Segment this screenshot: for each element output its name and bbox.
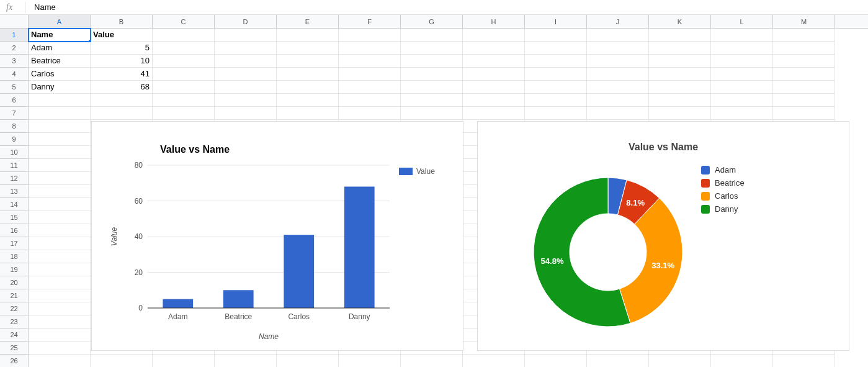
cell-B3[interactable]: 10 [91, 55, 153, 68]
cell-G5[interactable] [401, 81, 463, 94]
cell-L2[interactable] [711, 42, 773, 55]
cell-K4[interactable] [649, 68, 711, 81]
column-header-F[interactable]: F [339, 15, 401, 28]
cell-J2[interactable] [587, 42, 649, 55]
cell-F26[interactable] [339, 355, 401, 367]
cell-A2[interactable]: Adam [29, 42, 91, 55]
row-header-8[interactable]: 8 [0, 120, 28, 133]
cell-M2[interactable] [773, 42, 835, 55]
cell-A3[interactable]: Beatrice [29, 55, 91, 68]
cell-L4[interactable] [711, 68, 773, 81]
row-header-5[interactable]: 5 [0, 81, 28, 94]
row-header-3[interactable]: 3 [0, 55, 28, 68]
cell-A13[interactable] [29, 185, 91, 198]
cell-C7[interactable] [153, 107, 215, 120]
legend-item-Carlos[interactable]: Carlos [701, 191, 745, 201]
cell-K2[interactable] [649, 42, 711, 55]
cell-H6[interactable] [463, 94, 525, 107]
cell-M5[interactable] [773, 81, 835, 94]
cell-A17[interactable] [29, 237, 91, 250]
cell-C26[interactable] [153, 355, 215, 367]
cell-G26[interactable] [401, 355, 463, 367]
cell-I2[interactable] [525, 42, 587, 55]
column-header-B[interactable]: B [91, 15, 153, 28]
cell-H26[interactable] [463, 355, 525, 367]
row-header-22[interactable]: 22 [0, 302, 28, 315]
cell-E2[interactable] [277, 42, 339, 55]
row-header-13[interactable]: 13 [0, 185, 28, 198]
cell-G1[interactable] [401, 29, 463, 42]
cell-A1[interactable]: Name [29, 29, 91, 42]
cell-E1[interactable] [277, 29, 339, 42]
cell-E5[interactable] [277, 81, 339, 94]
cell-M26[interactable] [773, 355, 835, 367]
legend-item-Adam[interactable]: Adam [701, 165, 745, 174]
cell-A11[interactable] [29, 159, 91, 172]
cell-M4[interactable] [773, 68, 835, 81]
cell-M6[interactable] [773, 94, 835, 107]
cell-B7[interactable] [91, 107, 153, 120]
cell-F3[interactable] [339, 55, 401, 68]
cell-I1[interactable] [525, 29, 587, 42]
cell-C4[interactable] [153, 68, 215, 81]
column-header-A[interactable]: A [29, 15, 91, 28]
row-header-26[interactable]: 26 [0, 355, 28, 367]
cell-J3[interactable] [587, 55, 649, 68]
cell-K5[interactable] [649, 81, 711, 94]
cell-A16[interactable] [29, 224, 91, 237]
cell-I26[interactable] [525, 355, 587, 367]
cell-A4[interactable]: Carlos [29, 68, 91, 81]
cell-I4[interactable] [525, 68, 587, 81]
row-header-2[interactable]: 2 [0, 42, 28, 55]
cell-C5[interactable] [153, 81, 215, 94]
cell-K6[interactable] [649, 94, 711, 107]
cell-F6[interactable] [339, 94, 401, 107]
cell-B26[interactable] [91, 355, 153, 367]
cell-K7[interactable] [649, 107, 711, 120]
formula-input[interactable] [34, 2, 868, 12]
cell-J5[interactable] [587, 81, 649, 94]
cell-M3[interactable] [773, 55, 835, 68]
cell-J6[interactable] [587, 94, 649, 107]
column-header-H[interactable]: H [463, 15, 525, 28]
cell-A20[interactable] [29, 276, 91, 289]
column-header-D[interactable]: D [215, 15, 277, 28]
cell-J26[interactable] [587, 355, 649, 367]
cell-A12[interactable] [29, 172, 91, 185]
cell-B6[interactable] [91, 94, 153, 107]
row-header-6[interactable]: 6 [0, 94, 28, 107]
column-header-I[interactable]: I [525, 15, 587, 28]
cell-F5[interactable] [339, 81, 401, 94]
cell-G4[interactable] [401, 68, 463, 81]
cell-H5[interactable] [463, 81, 525, 94]
cell-L3[interactable] [711, 55, 773, 68]
cell-F4[interactable] [339, 68, 401, 81]
cell-G2[interactable] [401, 42, 463, 55]
select-all-corner[interactable] [0, 15, 29, 28]
cell-A23[interactable] [29, 315, 91, 328]
cell-F1[interactable] [339, 29, 401, 42]
cell-E7[interactable] [277, 107, 339, 120]
cell-A21[interactable] [29, 289, 91, 302]
cell-C6[interactable] [153, 94, 215, 107]
cell-A10[interactable] [29, 146, 91, 159]
cell-L7[interactable] [711, 107, 773, 120]
row-header-7[interactable]: 7 [0, 107, 28, 120]
cell-G3[interactable] [401, 55, 463, 68]
bar-Adam[interactable] [163, 299, 193, 308]
cell-C3[interactable] [153, 55, 215, 68]
cell-M1[interactable] [773, 29, 835, 42]
cell-B1[interactable]: Value [91, 29, 153, 42]
row-header-14[interactable]: 14 [0, 198, 28, 211]
cell-H7[interactable] [463, 107, 525, 120]
cell-I6[interactable] [525, 94, 587, 107]
bar-Danny[interactable] [344, 187, 375, 309]
row-header-11[interactable]: 11 [0, 159, 28, 172]
row-header-12[interactable]: 12 [0, 172, 28, 185]
legend-item-Danny[interactable]: Danny [701, 204, 745, 214]
cell-D1[interactable] [215, 29, 277, 42]
legend-item-Beatrice[interactable]: Beatrice [701, 178, 745, 188]
cell-A6[interactable] [29, 94, 91, 107]
cell-A25[interactable] [29, 342, 91, 355]
row-header-24[interactable]: 24 [0, 328, 28, 342]
